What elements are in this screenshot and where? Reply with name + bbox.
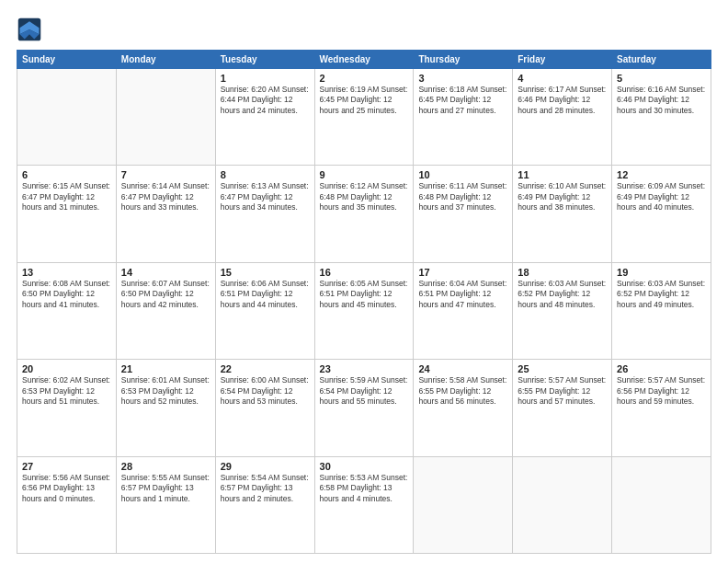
calendar-cell: 28Sunrise: 5:55 AM Sunset: 6:57 PM Dayli…	[116, 456, 215, 553]
day-number: 19	[617, 267, 706, 278]
week-row-1: 1Sunrise: 6:20 AM Sunset: 6:44 PM Daylig…	[17, 69, 711, 166]
calendar-cell: 26Sunrise: 5:57 AM Sunset: 6:56 PM Dayli…	[612, 360, 711, 456]
calendar-cell: 1Sunrise: 6:20 AM Sunset: 6:44 PM Daylig…	[215, 69, 314, 166]
logo	[17, 17, 46, 42]
day-number: 11	[518, 169, 607, 180]
day-info: Sunrise: 6:20 AM Sunset: 6:44 PM Dayligh…	[221, 85, 310, 116]
day-number: 27	[22, 461, 111, 472]
calendar-cell: 6Sunrise: 6:15 AM Sunset: 6:47 PM Daylig…	[17, 166, 117, 262]
calendar-cell: 19Sunrise: 6:03 AM Sunset: 6:52 PM Dayli…	[612, 262, 711, 359]
day-number: 30	[320, 461, 409, 472]
day-number: 18	[518, 267, 607, 278]
calendar-cell: 13Sunrise: 6:08 AM Sunset: 6:50 PM Dayli…	[17, 262, 117, 359]
weekday-header-saturday: Saturday	[612, 51, 711, 69]
day-info: Sunrise: 6:16 AM Sunset: 6:46 PM Dayligh…	[617, 85, 706, 116]
day-info: Sunrise: 6:02 AM Sunset: 6:53 PM Dayligh…	[22, 375, 111, 407]
calendar-cell: 2Sunrise: 6:19 AM Sunset: 6:45 PM Daylig…	[314, 69, 414, 166]
day-info: Sunrise: 5:58 AM Sunset: 6:55 PM Dayligh…	[418, 375, 507, 407]
calendar-cell: 3Sunrise: 6:18 AM Sunset: 6:45 PM Daylig…	[414, 69, 513, 166]
calendar-cell: 17Sunrise: 6:04 AM Sunset: 6:51 PM Dayli…	[414, 262, 513, 359]
calendar-cell: 15Sunrise: 6:06 AM Sunset: 6:51 PM Dayli…	[215, 262, 314, 359]
day-number: 23	[320, 363, 409, 374]
calendar-cell: 27Sunrise: 5:56 AM Sunset: 6:56 PM Dayli…	[17, 456, 117, 553]
day-number: 1	[221, 73, 310, 84]
day-info: Sunrise: 6:03 AM Sunset: 6:52 PM Dayligh…	[617, 279, 706, 310]
calendar-cell: 21Sunrise: 6:01 AM Sunset: 6:53 PM Dayli…	[116, 360, 215, 456]
day-info: Sunrise: 6:11 AM Sunset: 6:48 PM Dayligh…	[418, 181, 507, 213]
day-info: Sunrise: 6:08 AM Sunset: 6:50 PM Dayligh…	[22, 279, 111, 310]
day-info: Sunrise: 6:10 AM Sunset: 6:49 PM Dayligh…	[518, 181, 607, 213]
day-info: Sunrise: 6:12 AM Sunset: 6:48 PM Dayligh…	[320, 181, 409, 213]
calendar-body: 1Sunrise: 6:20 AM Sunset: 6:44 PM Daylig…	[17, 69, 711, 554]
day-info: Sunrise: 6:04 AM Sunset: 6:51 PM Dayligh…	[418, 279, 507, 310]
day-info: Sunrise: 5:57 AM Sunset: 6:55 PM Dayligh…	[518, 375, 607, 407]
day-info: Sunrise: 6:13 AM Sunset: 6:47 PM Dayligh…	[221, 181, 310, 213]
day-number: 29	[221, 461, 310, 472]
day-info: Sunrise: 6:00 AM Sunset: 6:54 PM Dayligh…	[221, 375, 310, 407]
calendar-cell	[17, 69, 117, 166]
day-number: 20	[22, 363, 111, 374]
calendar-cell: 4Sunrise: 6:17 AM Sunset: 6:46 PM Daylig…	[513, 69, 612, 166]
day-number: 26	[617, 363, 706, 374]
calendar-cell: 22Sunrise: 6:00 AM Sunset: 6:54 PM Dayli…	[215, 360, 314, 456]
weekday-header-monday: Monday	[116, 51, 215, 69]
day-info: Sunrise: 6:01 AM Sunset: 6:53 PM Dayligh…	[121, 375, 210, 407]
calendar-cell: 12Sunrise: 6:09 AM Sunset: 6:49 PM Dayli…	[612, 166, 711, 262]
day-info: Sunrise: 5:54 AM Sunset: 6:57 PM Dayligh…	[221, 473, 310, 504]
calendar-cell	[116, 69, 215, 166]
weekday-header-tuesday: Tuesday	[215, 51, 314, 69]
calendar-cell	[414, 456, 513, 553]
day-info: Sunrise: 6:15 AM Sunset: 6:47 PM Dayligh…	[22, 181, 111, 213]
weekday-header-wednesday: Wednesday	[314, 51, 414, 69]
calendar-cell: 5Sunrise: 6:16 AM Sunset: 6:46 PM Daylig…	[612, 69, 711, 166]
calendar-cell: 30Sunrise: 5:53 AM Sunset: 6:58 PM Dayli…	[314, 456, 414, 553]
calendar-cell: 7Sunrise: 6:14 AM Sunset: 6:47 PM Daylig…	[116, 166, 215, 262]
day-info: Sunrise: 6:07 AM Sunset: 6:50 PM Dayligh…	[121, 279, 210, 310]
weekday-header-row: SundayMondayTuesdayWednesdayThursdayFrid…	[17, 51, 711, 69]
day-info: Sunrise: 6:19 AM Sunset: 6:45 PM Dayligh…	[320, 85, 409, 116]
calendar-cell: 14Sunrise: 6:07 AM Sunset: 6:50 PM Dayli…	[116, 262, 215, 359]
day-info: Sunrise: 5:55 AM Sunset: 6:57 PM Dayligh…	[121, 473, 210, 504]
day-number: 13	[22, 267, 111, 278]
day-info: Sunrise: 6:14 AM Sunset: 6:47 PM Dayligh…	[121, 181, 210, 213]
calendar-cell: 25Sunrise: 5:57 AM Sunset: 6:55 PM Dayli…	[513, 360, 612, 456]
calendar-cell: 10Sunrise: 6:11 AM Sunset: 6:48 PM Dayli…	[414, 166, 513, 262]
logo-icon	[17, 17, 42, 42]
day-info: Sunrise: 6:05 AM Sunset: 6:51 PM Dayligh…	[320, 279, 409, 310]
day-number: 9	[320, 169, 409, 180]
calendar-cell	[513, 456, 612, 553]
day-number: 10	[418, 169, 507, 180]
day-info: Sunrise: 5:59 AM Sunset: 6:54 PM Dayligh…	[320, 375, 409, 407]
day-info: Sunrise: 6:03 AM Sunset: 6:52 PM Dayligh…	[518, 279, 607, 310]
day-info: Sunrise: 5:57 AM Sunset: 6:56 PM Dayligh…	[617, 375, 706, 407]
day-number: 5	[617, 73, 706, 84]
day-number: 24	[418, 363, 507, 374]
day-info: Sunrise: 5:56 AM Sunset: 6:56 PM Dayligh…	[22, 473, 111, 504]
day-number: 14	[121, 267, 210, 278]
calendar-cell: 9Sunrise: 6:12 AM Sunset: 6:48 PM Daylig…	[314, 166, 414, 262]
day-info: Sunrise: 6:09 AM Sunset: 6:49 PM Dayligh…	[617, 181, 706, 213]
day-number: 25	[518, 363, 607, 374]
day-info: Sunrise: 6:06 AM Sunset: 6:51 PM Dayligh…	[221, 279, 310, 310]
calendar-page: SundayMondayTuesdayWednesdayThursdayFrid…	[0, 0, 728, 563]
day-number: 4	[518, 73, 607, 84]
weekday-header-sunday: Sunday	[17, 51, 117, 69]
calendar-cell: 11Sunrise: 6:10 AM Sunset: 6:49 PM Dayli…	[513, 166, 612, 262]
calendar-cell: 24Sunrise: 5:58 AM Sunset: 6:55 PM Dayli…	[414, 360, 513, 456]
day-number: 15	[221, 267, 310, 278]
calendar-table: SundayMondayTuesdayWednesdayThursdayFrid…	[17, 50, 711, 554]
weekday-header-thursday: Thursday	[414, 51, 513, 69]
calendar-cell: 18Sunrise: 6:03 AM Sunset: 6:52 PM Dayli…	[513, 262, 612, 359]
week-row-2: 6Sunrise: 6:15 AM Sunset: 6:47 PM Daylig…	[17, 166, 711, 262]
day-number: 7	[121, 169, 210, 180]
calendar-cell: 16Sunrise: 6:05 AM Sunset: 6:51 PM Dayli…	[314, 262, 414, 359]
calendar-cell: 8Sunrise: 6:13 AM Sunset: 6:47 PM Daylig…	[215, 166, 314, 262]
day-number: 3	[418, 73, 507, 84]
day-number: 6	[22, 169, 111, 180]
header	[17, 17, 711, 42]
day-number: 17	[418, 267, 507, 278]
week-row-5: 27Sunrise: 5:56 AM Sunset: 6:56 PM Dayli…	[17, 456, 711, 553]
calendar-cell	[612, 456, 711, 553]
day-info: Sunrise: 6:18 AM Sunset: 6:45 PM Dayligh…	[418, 85, 507, 116]
day-number: 12	[617, 169, 706, 180]
